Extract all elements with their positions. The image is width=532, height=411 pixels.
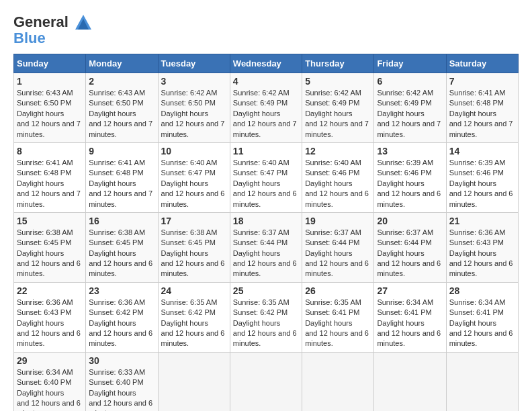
- calendar-cell: 15 Sunrise: 6:38 AM Sunset: 6:45 PM Dayl…: [14, 212, 86, 282]
- day-number: 12: [305, 146, 371, 156]
- weekday-header-row: SundayMondayTuesdayWednesdayThursdayFrid…: [14, 54, 519, 73]
- calendar-cell: 4 Sunrise: 6:42 AM Sunset: 6:49 PM Dayli…: [230, 73, 302, 143]
- calendar-week-row: 15 Sunrise: 6:38 AM Sunset: 6:45 PM Dayl…: [14, 212, 519, 282]
- day-detail: Sunrise: 6:34 AM Sunset: 6:40 PM Dayligh…: [17, 367, 83, 411]
- day-detail: Sunrise: 6:33 AM Sunset: 6:40 PM Dayligh…: [89, 367, 154, 411]
- calendar-cell: 26 Sunrise: 6:35 AM Sunset: 6:41 PM Dayl…: [302, 282, 374, 352]
- day-number: 19: [305, 216, 371, 226]
- day-number: 18: [233, 216, 299, 226]
- calendar-cell: 2 Sunrise: 6:43 AM Sunset: 6:50 PM Dayli…: [86, 73, 158, 143]
- weekday-header-friday: Friday: [374, 54, 446, 73]
- day-detail: Sunrise: 6:41 AM Sunset: 6:48 PM Dayligh…: [449, 88, 515, 140]
- day-detail: Sunrise: 6:43 AM Sunset: 6:50 PM Dayligh…: [17, 88, 83, 140]
- day-number: 6: [377, 76, 443, 87]
- day-number: 16: [89, 216, 154, 226]
- day-detail: Sunrise: 6:35 AM Sunset: 6:41 PM Dayligh…: [305, 298, 371, 349]
- weekday-header-monday: Monday: [86, 54, 158, 73]
- calendar-cell: 1 Sunrise: 6:43 AM Sunset: 6:50 PM Dayli…: [14, 73, 86, 143]
- calendar-cell: 10 Sunrise: 6:40 AM Sunset: 6:47 PM Dayl…: [158, 142, 230, 212]
- day-detail: Sunrise: 6:39 AM Sunset: 6:46 PM Dayligh…: [377, 158, 443, 210]
- page-header: General Blue: [13, 13, 519, 47]
- calendar-week-row: 8 Sunrise: 6:41 AM Sunset: 6:48 PM Dayli…: [14, 142, 519, 212]
- day-number: 9: [89, 146, 154, 156]
- calendar-cell: 21 Sunrise: 6:36 AM Sunset: 6:43 PM Dayl…: [446, 212, 518, 282]
- day-number: 24: [161, 285, 227, 296]
- day-number: 28: [449, 285, 515, 296]
- calendar-cell: 19 Sunrise: 6:37 AM Sunset: 6:44 PM Dayl…: [302, 212, 374, 282]
- calendar-cell: [446, 352, 518, 411]
- day-detail: Sunrise: 6:42 AM Sunset: 6:49 PM Dayligh…: [233, 88, 299, 140]
- day-detail: Sunrise: 6:38 AM Sunset: 6:45 PM Dayligh…: [17, 228, 83, 279]
- day-detail: Sunrise: 6:41 AM Sunset: 6:48 PM Dayligh…: [17, 158, 83, 210]
- calendar-cell: 30 Sunrise: 6:33 AM Sunset: 6:40 PM Dayl…: [86, 352, 158, 411]
- day-detail: Sunrise: 6:37 AM Sunset: 6:44 PM Dayligh…: [233, 228, 299, 279]
- calendar-cell: [374, 352, 446, 411]
- calendar-cell: 28 Sunrise: 6:34 AM Sunset: 6:41 PM Dayl…: [446, 282, 518, 352]
- calendar-cell: 29 Sunrise: 6:34 AM Sunset: 6:40 PM Dayl…: [14, 352, 86, 411]
- day-number: 23: [89, 285, 154, 296]
- calendar-week-row: 1 Sunrise: 6:43 AM Sunset: 6:50 PM Dayli…: [14, 73, 519, 143]
- day-detail: Sunrise: 6:35 AM Sunset: 6:42 PM Dayligh…: [233, 298, 299, 349]
- day-detail: Sunrise: 6:42 AM Sunset: 6:49 PM Dayligh…: [377, 88, 443, 140]
- day-number: 7: [449, 76, 515, 87]
- day-number: 3: [161, 76, 227, 87]
- calendar-cell: 11 Sunrise: 6:40 AM Sunset: 6:47 PM Dayl…: [230, 142, 302, 212]
- weekday-header-wednesday: Wednesday: [230, 54, 302, 73]
- day-number: 29: [17, 355, 83, 366]
- day-detail: Sunrise: 6:43 AM Sunset: 6:50 PM Dayligh…: [89, 88, 154, 140]
- day-number: 22: [17, 285, 83, 296]
- calendar-cell: 6 Sunrise: 6:42 AM Sunset: 6:49 PM Dayli…: [374, 73, 446, 143]
- day-number: 20: [377, 216, 443, 226]
- weekday-header-saturday: Saturday: [446, 54, 518, 73]
- day-number: 13: [377, 146, 443, 156]
- day-number: 14: [449, 146, 515, 156]
- day-detail: Sunrise: 6:36 AM Sunset: 6:43 PM Dayligh…: [17, 298, 83, 349]
- calendar-cell: 8 Sunrise: 6:41 AM Sunset: 6:48 PM Dayli…: [14, 142, 86, 212]
- weekday-header-sunday: Sunday: [14, 54, 86, 73]
- logo-icon: [74, 13, 93, 32]
- day-detail: Sunrise: 6:41 AM Sunset: 6:48 PM Dayligh…: [89, 158, 154, 210]
- day-number: 1: [17, 76, 83, 87]
- day-number: 11: [233, 146, 299, 156]
- calendar-cell: 22 Sunrise: 6:36 AM Sunset: 6:43 PM Dayl…: [14, 282, 86, 352]
- calendar-cell: 13 Sunrise: 6:39 AM Sunset: 6:46 PM Dayl…: [374, 142, 446, 212]
- calendar-cell: 3 Sunrise: 6:42 AM Sunset: 6:50 PM Dayli…: [158, 73, 230, 143]
- day-number: 30: [89, 355, 154, 366]
- day-detail: Sunrise: 6:36 AM Sunset: 6:43 PM Dayligh…: [449, 228, 515, 279]
- calendar-cell: [302, 352, 374, 411]
- day-detail: Sunrise: 6:34 AM Sunset: 6:41 PM Dayligh…: [449, 298, 515, 349]
- calendar-cell: 18 Sunrise: 6:37 AM Sunset: 6:44 PM Dayl…: [230, 212, 302, 282]
- calendar-cell: 7 Sunrise: 6:41 AM Sunset: 6:48 PM Dayli…: [446, 73, 518, 143]
- day-detail: Sunrise: 6:40 AM Sunset: 6:46 PM Dayligh…: [305, 158, 371, 210]
- day-number: 8: [17, 146, 83, 156]
- calendar-cell: 9 Sunrise: 6:41 AM Sunset: 6:48 PM Dayli…: [86, 142, 158, 212]
- day-number: 25: [233, 285, 299, 296]
- calendar-cell: 16 Sunrise: 6:38 AM Sunset: 6:45 PM Dayl…: [86, 212, 158, 282]
- calendar-cell: [230, 352, 302, 411]
- weekday-header-tuesday: Tuesday: [158, 54, 230, 73]
- calendar-week-row: 22 Sunrise: 6:36 AM Sunset: 6:43 PM Dayl…: [14, 282, 519, 352]
- day-detail: Sunrise: 6:36 AM Sunset: 6:42 PM Dayligh…: [89, 298, 154, 349]
- calendar-cell: 17 Sunrise: 6:38 AM Sunset: 6:45 PM Dayl…: [158, 212, 230, 282]
- calendar-cell: 14 Sunrise: 6:39 AM Sunset: 6:46 PM Dayl…: [446, 142, 518, 212]
- calendar-cell: 27 Sunrise: 6:34 AM Sunset: 6:41 PM Dayl…: [374, 282, 446, 352]
- calendar-cell: 20 Sunrise: 6:37 AM Sunset: 6:44 PM Dayl…: [374, 212, 446, 282]
- calendar-cell: [158, 352, 230, 411]
- day-number: 4: [233, 76, 299, 87]
- calendar-cell: 23 Sunrise: 6:36 AM Sunset: 6:42 PM Dayl…: [86, 282, 158, 352]
- calendar-table: SundayMondayTuesdayWednesdayThursdayFrid…: [13, 54, 519, 411]
- day-number: 15: [17, 216, 83, 226]
- day-detail: Sunrise: 6:42 AM Sunset: 6:49 PM Dayligh…: [305, 88, 371, 140]
- logo: General Blue: [13, 13, 94, 47]
- day-number: 17: [161, 216, 227, 226]
- day-detail: Sunrise: 6:35 AM Sunset: 6:42 PM Dayligh…: [161, 298, 227, 349]
- day-detail: Sunrise: 6:38 AM Sunset: 6:45 PM Dayligh…: [89, 228, 154, 279]
- day-number: 10: [161, 146, 227, 156]
- calendar-cell: 24 Sunrise: 6:35 AM Sunset: 6:42 PM Dayl…: [158, 282, 230, 352]
- day-detail: Sunrise: 6:40 AM Sunset: 6:47 PM Dayligh…: [233, 158, 299, 210]
- calendar-cell: 5 Sunrise: 6:42 AM Sunset: 6:49 PM Dayli…: [302, 73, 374, 143]
- day-detail: Sunrise: 6:40 AM Sunset: 6:47 PM Dayligh…: [161, 158, 227, 210]
- day-number: 2: [89, 76, 154, 87]
- weekday-header-thursday: Thursday: [302, 54, 374, 73]
- day-number: 21: [449, 216, 515, 226]
